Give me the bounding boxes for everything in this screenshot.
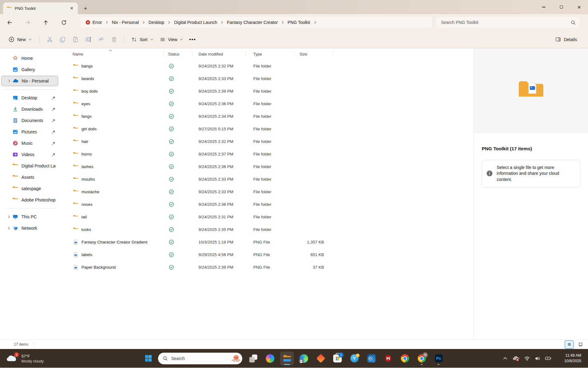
file-row[interactable]: beards9/24/2025 2:33 PMFile folder: [68, 72, 473, 85]
close-button[interactable]: ✕: [570, 0, 588, 14]
file-name-cell[interactable]: mustache: [68, 186, 164, 198]
file-name-cell[interactable]: noses: [68, 198, 164, 211]
file-row[interactable]: eyes9/24/2025 2:36 PMFile folder: [68, 98, 473, 110]
explorer-tab[interactable]: PNG Toolkit ✕: [3, 2, 78, 14]
maximize-button[interactable]: [552, 0, 570, 14]
file-row[interactable]: Fantasy Character Creator Gradient10/3/2…: [68, 236, 473, 248]
volume-icon[interactable]: [534, 355, 541, 362]
sidebar-item-videos[interactable]: Videos: [1, 149, 58, 160]
file-explorer-button[interactable]: [280, 352, 294, 365]
sidebar-item-assets[interactable]: Assets: [1, 172, 58, 182]
refresh-button[interactable]: [58, 17, 69, 28]
outlook-button[interactable]: O: [364, 352, 378, 365]
copy-button[interactable]: [56, 34, 69, 45]
breadcrumb-item-error[interactable]: Error: [83, 19, 104, 26]
delete-button[interactable]: [107, 34, 120, 45]
taskbar-search[interactable]: Search: [158, 353, 242, 364]
file-row[interactable]: labels9/29/2025 4:56 PMPNG File651 KB: [68, 248, 473, 261]
chrome-profile-button[interactable]: N: [415, 352, 428, 365]
breadcrumb-item-png-toolkit[interactable]: PNG Toolkit: [285, 19, 313, 26]
onedrive-error-icon[interactable]: [512, 355, 520, 362]
breadcrumb-item-nix-personal[interactable]: Nix - Personal: [109, 19, 141, 26]
tray-chevron-up-icon[interactable]: [502, 355, 508, 361]
cut-button[interactable]: [43, 34, 56, 45]
file-row[interactable]: fangs9/24/2025 2:34 PMFile folder: [68, 110, 473, 123]
microsoft-store-button[interactable]: 1: [331, 352, 344, 365]
file-row[interactable]: noses9/24/2025 2:36 PMFile folder: [68, 198, 473, 211]
office-diamond-button[interactable]: [314, 352, 327, 365]
taskbar-clock[interactable]: 11:48 AM 10/8/2025: [564, 353, 581, 364]
breadcrumb[interactable]: ErrorNix - PersonalDesktopDigital Produc…: [81, 17, 432, 28]
file-row[interactable]: horns9/24/2025 2:37 PMFile folder: [68, 148, 473, 160]
details-view-toggle[interactable]: [565, 340, 574, 349]
sidebar-item-digital-product-lau[interactable]: Digital Product Lau: [1, 161, 58, 171]
sidebar-item-music[interactable]: Music: [1, 138, 58, 148]
file-row[interactable]: boy dolls9/24/2025 2:39 PMFile folder: [68, 85, 473, 98]
file-row[interactable]: tusks9/24/2025 2:35 PMFile folder: [68, 223, 473, 236]
file-name-cell[interactable]: labels: [68, 248, 164, 261]
sidebar-item-downloads[interactable]: Downloads: [1, 104, 58, 114]
photoshop-button[interactable]: Ps: [432, 352, 445, 365]
edge-button[interactable]: [297, 352, 311, 365]
column-header-date-modified[interactable]: Date modified: [192, 48, 246, 60]
new-tab-button[interactable]: +: [81, 5, 89, 13]
minimize-button[interactable]: [535, 0, 552, 14]
file-name-cell[interactable]: Fantasy Character Creator Gradient: [68, 236, 164, 248]
file-row[interactable]: lashes9/24/2025 2:36 PMFile folder: [68, 160, 473, 173]
sidebar-item-home[interactable]: Home: [1, 53, 58, 63]
file-name-cell[interactable]: fangs: [68, 110, 164, 123]
file-name-cell[interactable]: eyes: [68, 98, 164, 110]
file-row[interactable]: mustache9/24/2025 2:33 PMFile folder: [68, 186, 473, 198]
file-name-cell[interactable]: girl dolls: [68, 123, 164, 135]
sidebar-item-nix-personal[interactable]: Nix - Personal: [1, 76, 58, 86]
details-pane-toggle[interactable]: Details: [553, 34, 579, 45]
up-button[interactable]: [40, 17, 51, 28]
file-row[interactable]: tail9/24/2025 2:31 PMFile folder: [68, 211, 473, 223]
breadcrumb-item-desktop[interactable]: Desktop: [146, 19, 167, 26]
expand-chevron[interactable]: [6, 215, 12, 219]
copilot-button[interactable]: [263, 352, 277, 365]
column-header-type[interactable]: Type: [246, 48, 294, 60]
file-name-cell[interactable]: beards: [68, 72, 164, 85]
file-row[interactable]: hair9/24/2025 2:32 PMFile folder: [68, 135, 473, 148]
expand-chevron[interactable]: [6, 226, 12, 230]
sidebar-item-this-pc[interactable]: This PC: [1, 212, 58, 222]
sort-button[interactable]: Sort: [128, 34, 156, 45]
breadcrumb-item-digital-product-launch[interactable]: Digital Product Launch: [172, 19, 220, 26]
file-name-cell[interactable]: bangs: [68, 60, 164, 72]
file-name-cell[interactable]: boy dolls: [68, 85, 164, 98]
sidebar-item-gallery[interactable]: Gallery: [1, 64, 58, 75]
breadcrumb-item-fantasy-character-creator[interactable]: Fantasy Character Creator: [224, 19, 280, 26]
rename-button[interactable]: [82, 34, 95, 45]
sidebar-item-network[interactable]: Network: [1, 223, 58, 233]
battery-icon[interactable]: [545, 355, 552, 362]
chrome-button[interactable]: [398, 352, 412, 365]
sidebar-item-desktop[interactable]: Desktop: [1, 93, 58, 103]
file-name-cell[interactable]: lashes: [68, 160, 164, 173]
sidebar-item-salespage[interactable]: salespage: [1, 183, 58, 194]
sidebar-item-pictures[interactable]: Pictures: [1, 127, 58, 137]
file-row[interactable]: girl dolls9/27/2025 5:15 PMFile folder: [68, 123, 473, 135]
share-button[interactable]: [95, 34, 107, 45]
file-row[interactable]: bangs9/24/2025 2:32 PMFile folder: [68, 60, 473, 72]
get-help-button[interactable]: ?: [348, 352, 361, 365]
task-view-button[interactable]: [247, 352, 260, 365]
paste-button[interactable]: [69, 34, 82, 45]
weather-widget[interactable]: 3 57°F Mostly cloudy: [7, 354, 44, 363]
file-name-cell[interactable]: horns: [68, 148, 164, 160]
wifi-icon[interactable]: [524, 355, 530, 362]
sidebar-item-adobe-photoshop[interactable]: Adobe Photoshop: [1, 195, 58, 205]
file-name-cell[interactable]: Paper Background: [68, 261, 164, 274]
sidebar-item-documents[interactable]: Documents: [1, 115, 58, 126]
column-header-status[interactable]: Status: [164, 48, 192, 60]
back-button[interactable]: [4, 17, 15, 28]
mcafee-button[interactable]: [381, 352, 395, 365]
tab-close-icon[interactable]: ✕: [68, 5, 75, 12]
view-button[interactable]: View: [156, 34, 186, 45]
new-button[interactable]: New: [5, 34, 36, 45]
forward-button[interactable]: [22, 17, 33, 28]
file-name-cell[interactable]: mouths: [68, 173, 164, 186]
file-name-cell[interactable]: hair: [68, 135, 164, 148]
file-name-cell[interactable]: tusks: [68, 223, 164, 236]
more-options-button[interactable]: •••: [186, 34, 199, 45]
